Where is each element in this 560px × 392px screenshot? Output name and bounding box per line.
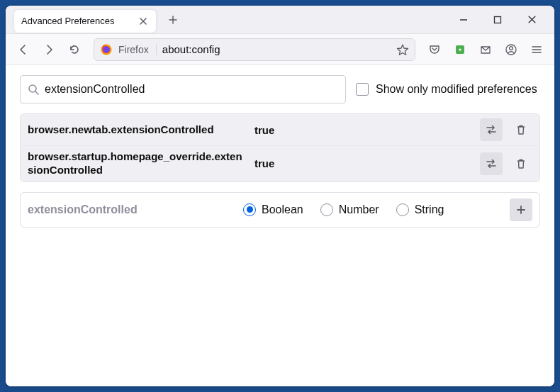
tab-title: Advanced Preferences bbox=[21, 16, 132, 26]
bookmark-star-icon[interactable] bbox=[396, 43, 409, 56]
new-pref-name: extensionControlled bbox=[28, 203, 233, 216]
prefs-list: browser.newtab.extensionControlled true … bbox=[20, 113, 540, 182]
firefox-icon bbox=[100, 43, 113, 56]
window-controls bbox=[449, 7, 554, 33]
type-radio-boolean[interactable]: Boolean bbox=[243, 203, 303, 216]
reload-button[interactable] bbox=[64, 39, 85, 60]
browser-window: Advanced Preferences bbox=[6, 6, 554, 386]
pref-value: true bbox=[254, 157, 473, 169]
tab-bar: Advanced Preferences bbox=[6, 6, 554, 34]
account-icon[interactable] bbox=[500, 39, 522, 60]
inbox-icon[interactable] bbox=[475, 39, 496, 60]
new-pref-row: extensionControlled Boolean Number Strin… bbox=[20, 192, 540, 228]
search-input[interactable] bbox=[45, 83, 338, 96]
radio-label: Boolean bbox=[262, 203, 303, 216]
type-radio-string[interactable]: String bbox=[396, 203, 444, 216]
search-row: Show only modified preferences bbox=[20, 75, 540, 103]
pref-row[interactable]: browser.startup.homepage_override.extens… bbox=[21, 146, 539, 181]
maximize-button[interactable] bbox=[483, 7, 512, 33]
forward-button[interactable] bbox=[38, 39, 60, 60]
delete-button[interactable] bbox=[510, 118, 532, 141]
radio-icon bbox=[396, 203, 409, 216]
close-icon[interactable] bbox=[138, 16, 149, 27]
add-pref-button[interactable] bbox=[510, 198, 532, 221]
extension-icon[interactable] bbox=[449, 39, 471, 60]
minimize-button[interactable] bbox=[449, 7, 478, 33]
radio-icon bbox=[243, 203, 256, 216]
active-tab[interactable]: Advanced Preferences bbox=[14, 10, 156, 33]
urlbar-brand-label: Firefox bbox=[118, 44, 157, 55]
pocket-icon[interactable] bbox=[424, 39, 445, 60]
toggle-button[interactable] bbox=[480, 152, 503, 175]
svg-point-2 bbox=[103, 46, 110, 53]
pref-row[interactable]: browser.newtab.extensionControlled true bbox=[21, 114, 539, 146]
radio-label: Number bbox=[339, 203, 379, 216]
toggle-button[interactable] bbox=[480, 118, 503, 141]
url-text: about:config bbox=[162, 43, 391, 55]
new-tab-button[interactable] bbox=[163, 10, 183, 30]
svg-point-6 bbox=[510, 46, 513, 50]
pref-name: browser.newtab.extensionControlled bbox=[28, 123, 247, 137]
pref-value: true bbox=[254, 124, 473, 136]
type-radio-number[interactable]: Number bbox=[320, 203, 379, 216]
svg-point-4 bbox=[459, 48, 461, 50]
svg-rect-0 bbox=[495, 16, 501, 23]
checkbox-icon bbox=[356, 83, 369, 96]
search-box[interactable] bbox=[20, 75, 346, 103]
url-bar[interactable]: Firefox about:config bbox=[94, 38, 415, 61]
radio-label: String bbox=[415, 203, 444, 216]
show-modified-label: Show only modified preferences bbox=[376, 83, 537, 96]
radio-icon bbox=[320, 203, 333, 216]
delete-button[interactable] bbox=[510, 152, 532, 175]
close-window-button[interactable] bbox=[517, 7, 546, 33]
type-radio-group: Boolean Number String bbox=[243, 203, 500, 216]
pref-name: browser.startup.homepage_override.extens… bbox=[28, 150, 247, 177]
search-icon bbox=[28, 84, 39, 95]
show-modified-checkbox[interactable]: Show only modified preferences bbox=[356, 83, 537, 96]
hamburger-menu-icon[interactable] bbox=[526, 39, 547, 60]
back-button[interactable] bbox=[13, 39, 34, 60]
navigation-toolbar: Firefox about:config bbox=[6, 34, 554, 65]
about-config-content: Show only modified preferences browser.n… bbox=[6, 65, 554, 386]
